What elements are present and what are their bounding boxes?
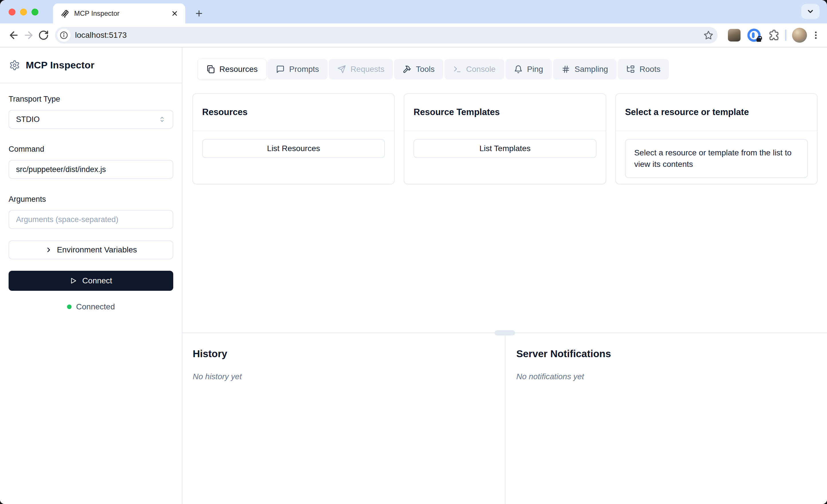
transport-type-select[interactable]: STDIO [9, 110, 173, 129]
resource-templates-card-header: Resource Templates [404, 94, 605, 131]
url-text: localhost:5173 [75, 31, 703, 40]
tab-label: Ping [527, 65, 543, 74]
extensions-puzzle-icon[interactable] [768, 29, 779, 41]
chevron-down-icon [807, 7, 814, 15]
resource-templates-card: Resource Templates List Templates [404, 93, 606, 184]
browser-toolbar: localhost:5173 [0, 23, 827, 48]
feature-tabs: Resources Prompts Requests [198, 59, 827, 80]
resource-selection-card-title: Select a resource or template [625, 107, 749, 117]
browser-tabstrip: MCP Inspector [0, 0, 827, 23]
selection-placeholder-message: Select a resource or template from the l… [625, 139, 808, 178]
cards-row: Resources List Resources Resource Templa… [192, 93, 818, 184]
arguments-label: Arguments [9, 195, 173, 204]
history-panel: History No history yet [182, 333, 505, 504]
tab-prompts[interactable]: Prompts [267, 59, 328, 80]
bottom-panel: History No history yet Server Notificati… [182, 333, 827, 504]
tab-console: Console [444, 59, 504, 80]
history-empty-text: No history yet [193, 372, 505, 381]
select-chevrons-icon [158, 116, 166, 123]
tab-label: Tools [416, 65, 434, 74]
site-info-button[interactable] [57, 29, 70, 42]
environment-variables-button[interactable]: Environment Variables [9, 240, 173, 259]
reload-icon [38, 30, 49, 41]
tab-ping[interactable]: Ping [505, 59, 552, 80]
sidebar-form: Transport Type STDIO Command Arguments E… [0, 83, 182, 311]
tab-title: MCP Inspector [74, 9, 171, 17]
server-notifications-panel: Server Notifications No notifications ye… [505, 333, 827, 504]
mcp-logo-icon [60, 9, 69, 18]
resource-templates-card-title: Resource Templates [414, 107, 500, 117]
resource-selection-card-header: Select a resource or template [616, 94, 817, 131]
bookmark-star-icon[interactable] [703, 30, 714, 40]
forward-icon [23, 30, 34, 41]
hash-icon [562, 65, 570, 73]
notifications-empty-text: No notifications yet [516, 372, 827, 381]
folder-tree-icon [626, 65, 635, 73]
command-label: Command [9, 145, 173, 154]
keyhole-shape [752, 32, 755, 38]
environment-variables-label: Environment Variables [57, 245, 137, 254]
resources-card-title: Resources [202, 107, 248, 117]
message-square-icon [276, 65, 285, 73]
reload-button[interactable] [36, 28, 51, 43]
lock-badge-icon [757, 38, 761, 42]
chevron-right-icon [45, 246, 52, 254]
history-title: History [193, 348, 505, 359]
transport-type-value: STDIO [16, 115, 40, 124]
new-tab-button[interactable] [191, 5, 207, 21]
address-bar[interactable]: localhost:5173 [55, 27, 718, 44]
mcp-inspector-app: MCP Inspector Transport Type STDIO Comma… [0, 48, 827, 504]
connect-button-label: Connect [82, 276, 112, 285]
tab-label: Console [466, 65, 496, 74]
tab-label: Sampling [575, 65, 608, 74]
files-icon [206, 65, 215, 73]
extension-avatar-icon[interactable] [728, 29, 740, 42]
close-window-button[interactable] [9, 9, 15, 15]
tab-tools[interactable]: Tools [394, 59, 443, 80]
arguments-input[interactable] [9, 210, 173, 229]
browser-window: MCP Inspector [0, 0, 827, 504]
profile-avatar[interactable] [792, 28, 807, 43]
browser-menu-icon[interactable] [811, 30, 821, 40]
content-spacer [182, 184, 827, 333]
sidebar: MCP Inspector Transport Type STDIO Comma… [0, 48, 182, 504]
info-icon [59, 31, 68, 40]
play-icon [69, 277, 77, 285]
plus-icon [194, 9, 204, 18]
resources-card: Resources List Resources [192, 93, 395, 184]
tab-resources[interactable]: Resources [198, 59, 266, 80]
tab-label: Prompts [289, 65, 319, 74]
status-dot-icon [67, 305, 71, 309]
back-button[interactable] [6, 28, 21, 43]
browser-tab[interactable]: MCP Inspector [53, 3, 185, 23]
sidebar-header: MCP Inspector [0, 48, 182, 83]
back-icon [8, 30, 19, 41]
hammer-icon [403, 65, 411, 73]
resource-selection-card: Select a resource or template Select a r… [615, 93, 818, 184]
tab-label: Requests [350, 65, 384, 74]
toolbar-divider [785, 30, 786, 41]
tab-label: Resources [220, 65, 258, 74]
connection-status: Connected [9, 302, 173, 311]
bell-icon [514, 65, 523, 73]
server-notifications-title: Server Notifications [516, 348, 827, 359]
app-title: MCP Inspector [26, 59, 95, 71]
tab-search-button[interactable] [801, 4, 820, 19]
list-templates-button[interactable]: List Templates [414, 139, 596, 158]
list-resources-button[interactable]: List Resources [202, 139, 385, 158]
send-icon [337, 65, 346, 73]
terminal-icon [453, 65, 461, 73]
panel-resize-handle[interactable] [494, 330, 515, 336]
main-content: Resources Prompts Requests [182, 48, 827, 504]
window-controls [9, 9, 38, 15]
minimize-window-button[interactable] [20, 9, 27, 15]
tab-roots[interactable]: Roots [618, 59, 669, 80]
password-manager-icon[interactable] [747, 29, 761, 42]
forward-button[interactable] [21, 28, 36, 43]
tab-requests: Requests [329, 59, 393, 80]
command-input[interactable] [9, 160, 173, 179]
zoom-window-button[interactable] [32, 9, 38, 15]
close-tab-icon[interactable] [171, 10, 179, 17]
tab-sampling[interactable]: Sampling [553, 59, 617, 80]
connect-button[interactable]: Connect [9, 271, 173, 291]
